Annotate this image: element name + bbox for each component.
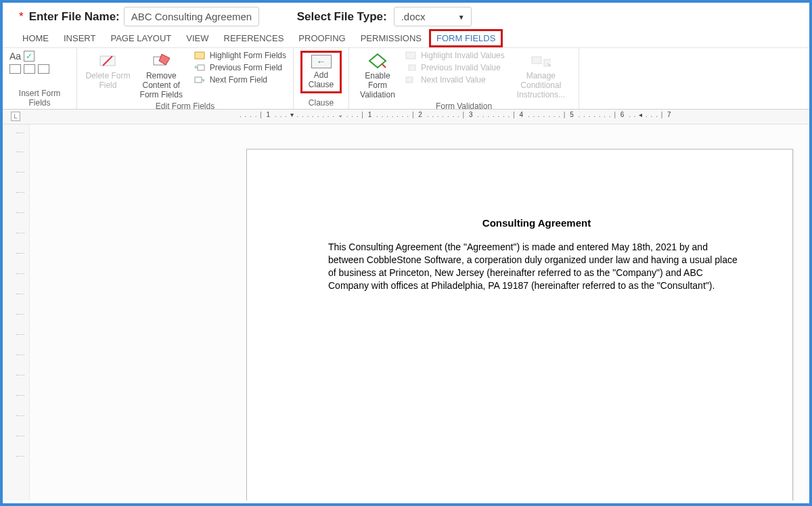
text-ff-icon[interactable]: Aa [9,51,21,62]
svg-rect-10 [406,77,413,83]
filetype-label: Select File Type: [297,10,387,24]
delete-icon [97,52,118,70]
next-invalid-label: Next Invalid Value [421,75,486,85]
field-icon-2[interactable] [24,64,35,74]
ribbon: Aa ✓ Insert Form Fields Delete Form Fiel… [3,48,809,110]
vertical-ruler[interactable] [3,124,30,501]
svg-rect-11 [532,57,541,64]
eraser-icon [151,52,171,70]
document-paragraph: This Consulting Agreement (the "Agreemen… [328,241,745,292]
manage-conditional-label: Manage Conditional Instructions... [510,72,572,99]
enable-validation-button[interactable]: Enable Form Validation [356,51,399,99]
document-title: Consulting Agreement [328,217,745,229]
delete-form-field-button[interactable]: Delete Form Field [84,51,132,91]
group-label-insert: Insert Form Fields [9,87,70,108]
horizontal-ruler[interactable]: L . . . . | 1 . . . ▾ . . . . . . . . ⌄ … [3,110,809,124]
remove-content-label: Remove Content of Form Fields [137,72,185,99]
tab-permissions[interactable]: PERMISSIONS [353,29,429,47]
ruler-ticks: . . . . | 1 . . . ▾ . . . . . . . . ⌄ . … [240,111,809,118]
group-label-clause: Clause [309,96,334,108]
svg-rect-8 [406,52,415,59]
next-invalid-button[interactable]: Next Invalid Value [405,75,505,85]
document-page[interactable]: Consulting Agreement This Consulting Agr… [246,149,793,501]
checkbox-ff-icon[interactable]: ✓ [24,51,35,62]
svg-rect-4 [195,52,204,59]
tab-home[interactable]: HOME [15,29,56,47]
highlight-invalid-icon [405,51,417,60]
page-area[interactable]: Consulting Agreement This Consulting Agr… [30,124,809,501]
highlight-invalid-button[interactable]: Highlight Invalid Values [405,51,505,60]
highlight-ff-label: Highlight Form Fields [210,51,286,60]
next-invalid-icon [405,75,417,85]
group-edit-form-fields: Delete Form Field Remove Content of Form… [77,48,294,109]
group-insert-form-fields: Aa ✓ Insert Form Fields [3,48,77,109]
add-clause-icon: ← [311,55,332,68]
tab-proofing[interactable]: PROOFING [291,29,353,47]
svg-rect-5 [198,65,204,70]
prev-invalid-icon [405,63,417,72]
group-clause: ← Add Clause Clause [294,48,349,109]
prev-invalid-button[interactable]: Previous Invalid Value [405,63,505,72]
prev-invalid-label: Previous Invalid Value [421,63,501,72]
tab-references[interactable]: REFERENCES [217,29,292,47]
required-star: * [19,10,24,24]
tab-page-layout[interactable]: PAGE LAYOUT [103,29,179,47]
group-form-validation: Enable Form Validation Highlight Invalid… [349,48,579,109]
validation-diamond-icon [367,52,388,70]
filetype-select[interactable] [394,7,472,26]
manage-conditional-button[interactable]: Manage Conditional Instructions... [510,51,572,99]
arrow-right-icon [194,75,206,85]
field-icon-3[interactable] [38,64,49,74]
highlight-ff-icon [194,51,206,60]
ribbon-tab-row: HOME INSERT PAGE LAYOUT VIEW REFERENCES … [3,29,809,48]
field-icon-1[interactable] [9,64,21,74]
filename-input[interactable] [124,7,259,26]
tab-selector[interactable]: L [11,112,20,121]
add-clause-button[interactable]: ← Add Clause [300,51,342,93]
highlight-form-fields-button[interactable]: Highlight Form Fields [194,51,286,60]
svg-rect-6 [195,77,202,83]
add-clause-label: Add Clause [304,70,338,89]
tab-insert[interactable]: INSERT [56,29,103,47]
conditional-icon [531,52,551,70]
tab-form-fields[interactable]: FORM FIELDS [429,29,503,47]
prev-ff-label: Previous Form Field [210,63,282,72]
delete-ff-label: Delete Form Field [84,72,132,91]
editor-workspace: Consulting Agreement This Consulting Agr… [3,124,809,501]
svg-rect-9 [409,65,415,70]
tab-view[interactable]: VIEW [179,29,216,47]
previous-form-field-button[interactable]: Previous Form Field [194,63,286,72]
highlight-invalid-label: Highlight Invalid Values [421,51,505,60]
filename-bar: * Enter File Name: Select File Type: ▼ [3,3,809,29]
remove-content-button[interactable]: Remove Content of Form Fields [137,51,185,99]
enable-validation-label: Enable Form Validation [356,72,399,99]
next-form-field-button[interactable]: Next Form Field [194,75,286,85]
next-ff-label: Next Form Field [210,75,267,85]
filename-label: Enter File Name: [29,10,120,24]
arrow-left-icon [194,63,206,72]
